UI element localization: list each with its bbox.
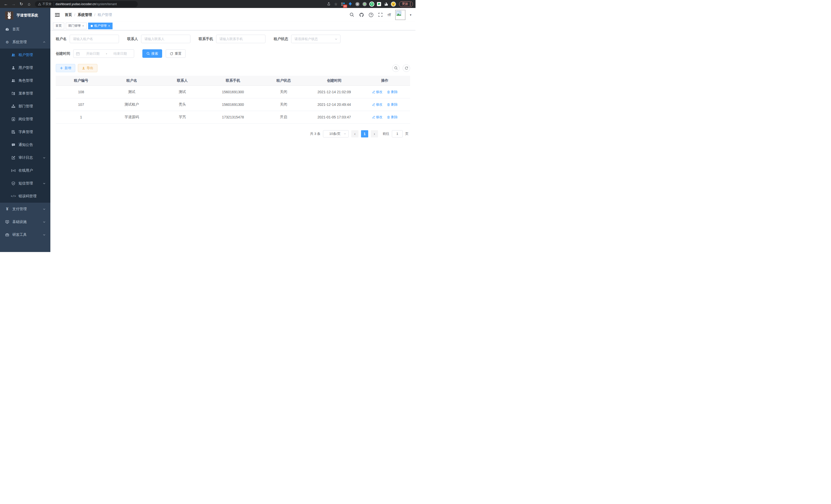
date-range-picker[interactable]: 开始日期 - 结束日期 [73,49,134,58]
broken-image-icon [396,11,401,16]
sidebar-item-online[interactable]: 在线用户 [0,164,50,177]
next-page-button[interactable]: › [371,130,378,138]
sidebar-item-errcode[interactable]: </> 错误码管理 [0,190,50,203]
share-icon[interactable] [325,1,332,7]
sidebar-item-label: 菜单管理 [19,91,46,96]
sidebar-item-label: 通知公告 [19,143,46,147]
close-icon[interactable]: × [108,24,110,28]
cell-tenant-id: 1 [56,111,106,123]
filter-contact: 联系人 [127,35,191,43]
refresh-icon [405,66,408,70]
mobile-input[interactable] [216,35,265,43]
page-size-value: 10条/页 [326,131,344,136]
table-row: 1 芋道源码 芋艿 17321315478 开启 2021-01-05 17:0… [56,111,410,123]
search-button[interactable]: 搜索 [142,49,162,58]
extension-green-dot-icon[interactable] [362,1,368,7]
browser-back-icon[interactable]: ← [3,1,9,7]
sidebar-item-pay[interactable]: ¥ 支付管理 [0,203,50,215]
browser-forward-icon[interactable]: → [10,1,17,7]
chevron-down-icon [42,208,46,211]
page-unit-label: 页 [405,131,408,136]
col-create-time: 创建时间 [309,76,360,86]
filter-label: 创建时间 [56,51,70,56]
contact-input[interactable] [141,35,191,43]
sidebar-item-tools[interactable]: 研发工具 [0,228,50,241]
sidebar-logo-row[interactable]: 芋道管理系统 [0,8,50,23]
security-indicator[interactable]: 不安全 [38,2,54,6]
delete-button[interactable]: 删除 [387,115,398,119]
breadcrumb-system[interactable]: 系统管理 [78,12,92,17]
sidebar-item-tenant[interactable]: 租户管理 [0,49,50,61]
shield-check-icon [11,181,16,185]
browser-reload-icon[interactable]: ↻ [18,1,25,7]
sidebar-item-infra[interactable]: 基础设施 [0,215,50,228]
delete-button[interactable]: 删除 [387,102,398,107]
extension-command-icon[interactable]: ⌘ [354,1,361,7]
sidebar-item-audit[interactable]: 审计日志 [0,151,50,164]
refresh-table-button[interactable] [403,64,410,72]
sidebar-item-label: 岗位管理 [19,117,46,121]
prev-page-button[interactable]: ‹ [351,130,359,138]
tab-dept[interactable]: 部门管理 × [66,23,87,29]
sidebar-item-role[interactable]: 角色管理 [0,74,50,87]
sidebar-item-sms[interactable]: 短信管理 [0,177,50,190]
browser-home-icon[interactable]: ⌂ [26,1,32,7]
edit-button[interactable]: 修改 [372,90,382,94]
sidebar-item-dept[interactable]: 部门管理 [0,100,50,113]
extension-emoji-icon[interactable] [390,1,397,7]
extension-kite-icon[interactable] [347,1,353,7]
tenant-table: 租户编号 租户名 联系人 联系手机 租户状态 创建时间 操作 108 测试 测试 [56,76,410,124]
extension-y-icon[interactable]: Y [369,1,375,7]
sidebar-item-notice[interactable]: 通知公告 [0,139,50,151]
page-number-1[interactable]: 1 [361,130,368,138]
font-size-icon[interactable]: TT [388,12,391,17]
extension-grid-icon[interactable]: 10 [340,1,346,7]
help-icon[interactable] [369,12,374,18]
tab-home[interactable]: 首页 [53,23,64,29]
extension-puzzle-icon[interactable] [383,1,389,7]
export-button[interactable]: 导出 [78,64,97,72]
table-row: 107 测试租户 秃头 15601691300 关闭 2021-12-14 20… [56,98,410,111]
sidebar-item-system[interactable]: ⚙ 系统管理 [0,36,50,49]
breadcrumb-home[interactable]: 首页 [65,12,72,17]
tab-tenant[interactable]: 租户管理 × [88,23,113,29]
sidebar: 芋道管理系统 首页 ⚙ 系统管理 租户管理 [0,8,50,252]
status-select[interactable]: 请选择租户状态 [291,35,341,43]
browser-update-button[interactable]: 更新 [399,1,413,7]
header-actions: TT ▾ [349,10,411,20]
edit-button[interactable]: 修改 [372,115,382,119]
sidebar-item-menu[interactable]: 菜单管理 [0,87,50,100]
avatar[interactable] [395,10,405,20]
page-content: 租户名 联系人 联系手机 租户状态 请选择租户状态 [50,30,416,252]
sidebar-item-label: 审计日志 [19,155,39,160]
sidebar-submenu-system: 租户管理 用户管理 角色管理 菜单管理 [0,49,50,203]
sidebar-collapse-icon[interactable] [55,12,60,18]
add-button[interactable]: 新增 [56,64,75,72]
sidebar-item-post[interactable]: 岗位管理 [0,113,50,126]
edit-button[interactable]: 修改 [372,102,382,107]
github-icon[interactable] [359,12,364,18]
fullscreen-icon[interactable] [378,12,383,18]
sidebar-item-dict[interactable]: 字典管理 [0,126,50,139]
sidebar-item-home[interactable]: 首页 [0,23,50,36]
reset-button[interactable]: 重置 [166,49,185,58]
sidebar-item-user[interactable]: 用户管理 [0,61,50,74]
cell-contact: 测试 [157,86,208,98]
close-icon[interactable]: × [82,24,84,28]
bookmark-star-icon[interactable]: ☆ [333,1,339,7]
search-icon[interactable] [349,12,354,18]
breadcrumb-separator: / [94,13,95,17]
page-size-select[interactable]: 10条/页 [323,130,349,138]
browser-menu-icon[interactable] [410,2,411,6]
security-label: 不安全 [42,2,52,6]
show-search-toggle-button[interactable] [392,64,400,72]
chevron-down-icon [42,220,46,224]
extension-chat-icon[interactable] [376,1,382,7]
pagination: 共 3 条 10条/页 ‹ 1 › 前往 页 [56,130,410,138]
avatar-caret-icon[interactable]: ▾ [410,13,411,17]
goto-page-input[interactable] [392,130,403,138]
address-bar[interactable]: 不安全 dashboard.yudao.iocoder.cn/system/te… [35,1,138,7]
tenant-name-input[interactable] [69,35,119,43]
chevron-down-icon [335,37,338,40]
delete-button[interactable]: 删除 [387,90,398,94]
